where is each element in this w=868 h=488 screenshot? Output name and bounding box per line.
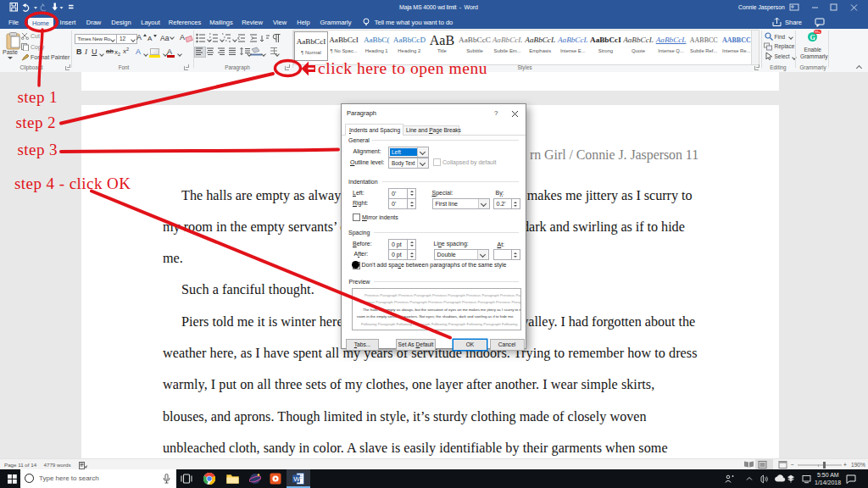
svg-text:W: W <box>293 475 300 483</box>
